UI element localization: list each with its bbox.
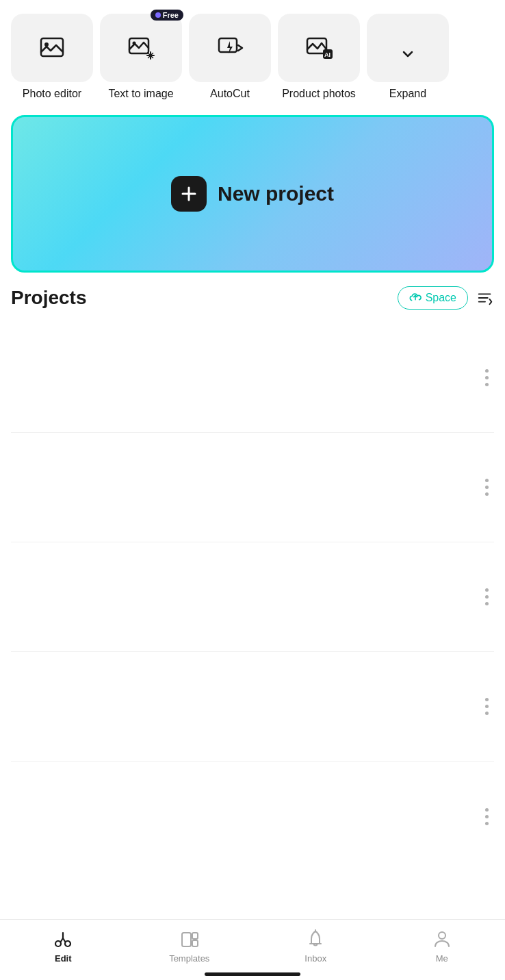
free-badge-dot <box>155 12 161 18</box>
autocut-label: AutoCut <box>210 88 250 100</box>
more-options-button-5[interactable] <box>480 803 494 831</box>
dot <box>485 595 489 599</box>
dot <box>485 808 489 812</box>
dot <box>485 815 489 818</box>
text-to-image-icon <box>126 33 156 63</box>
projects-title: Projects <box>11 287 87 309</box>
space-button[interactable]: Space <box>398 286 468 310</box>
dot <box>485 698 489 701</box>
nav-inbox-label: Inbox <box>305 953 326 964</box>
product-photos-icon-box: AI <box>278 14 360 82</box>
svg-point-3 <box>133 42 136 45</box>
dot <box>485 822 489 825</box>
svg-rect-23 <box>182 933 191 946</box>
toolbar-item-product-photos[interactable]: AI Product photos <box>278 14 360 100</box>
more-options-button-1[interactable] <box>480 364 494 392</box>
project-row <box>11 652 494 762</box>
text-to-image-label: Text to image <box>108 88 173 100</box>
svg-rect-25 <box>192 940 198 946</box>
dot <box>485 479 489 482</box>
new-project-inner: New project <box>171 176 334 212</box>
dot <box>485 705 489 708</box>
cloud-upload-icon <box>409 292 422 304</box>
projects-section: Projects Space <box>0 286 505 871</box>
new-project-banner[interactable]: New project <box>11 115 494 273</box>
product-photos-label: Product photos <box>282 88 356 100</box>
svg-rect-8 <box>219 38 237 52</box>
new-project-icon <box>171 176 207 212</box>
product-photos-icon: AI <box>304 33 334 63</box>
dot <box>485 588 489 592</box>
text-to-image-icon-box: Free <box>100 14 182 82</box>
bottom-nav: Edit Templates Inbox <box>0 919 505 980</box>
photo-editor-icon <box>37 33 67 63</box>
plus-icon <box>179 184 198 203</box>
photo-editor-label: Photo editor <box>23 88 81 100</box>
dot <box>485 492 489 496</box>
project-row <box>11 433 494 542</box>
toolbar-item-text-to-image[interactable]: Free Text to image <box>100 14 182 100</box>
toolbar-item-photo-editor[interactable]: Photo editor <box>11 14 93 100</box>
dot <box>485 602 489 605</box>
more-options-button-2[interactable] <box>480 473 494 501</box>
bell-icon <box>305 928 326 950</box>
expand-icon <box>393 33 423 63</box>
toolbar: Photo editor Free T <box>0 0 505 108</box>
nav-item-me[interactable]: Me <box>379 928 506 964</box>
person-icon <box>431 928 453 950</box>
toolbar-item-autocut[interactable]: AutoCut <box>189 14 271 100</box>
project-row <box>11 323 494 433</box>
dot <box>485 383 489 386</box>
svg-point-1 <box>44 42 49 47</box>
project-row <box>11 542 494 652</box>
projects-actions: Space <box>398 286 494 310</box>
dot <box>485 486 489 489</box>
templates-icon <box>179 928 200 950</box>
expand-label: Expand <box>389 88 426 100</box>
more-options-button-4[interactable] <box>480 692 494 720</box>
toolbar-item-expand[interactable]: Expand <box>367 14 449 100</box>
nav-edit-label: Edit <box>55 953 72 964</box>
scissors-icon <box>52 928 74 950</box>
new-project-label: New project <box>218 182 334 205</box>
dot <box>485 369 489 373</box>
expand-icon-box <box>367 14 449 82</box>
projects-header: Projects Space <box>11 286 494 310</box>
sort-button[interactable] <box>476 289 494 307</box>
home-indicator <box>205 972 300 976</box>
autocut-icon-box <box>189 14 271 82</box>
nav-templates-label: Templates <box>169 953 209 964</box>
svg-text:AI: AI <box>324 51 331 58</box>
photo-editor-icon-box <box>11 14 93 82</box>
free-badge-label: Free <box>163 11 179 19</box>
nav-item-edit[interactable]: Edit <box>0 928 127 964</box>
svg-rect-24 <box>192 933 198 939</box>
dot <box>485 376 489 379</box>
dot <box>485 712 489 715</box>
more-options-button-3[interactable] <box>480 583 494 611</box>
nav-item-inbox[interactable]: Inbox <box>252 928 379 964</box>
svg-point-28 <box>439 932 445 939</box>
svg-rect-0 <box>41 38 63 56</box>
space-button-label: Space <box>426 292 456 304</box>
nav-me-label: Me <box>436 953 448 964</box>
project-row <box>11 762 494 871</box>
sort-icon <box>476 289 494 307</box>
nav-item-templates[interactable]: Templates <box>127 928 253 964</box>
free-badge: Free <box>151 10 183 21</box>
autocut-icon <box>215 33 245 63</box>
